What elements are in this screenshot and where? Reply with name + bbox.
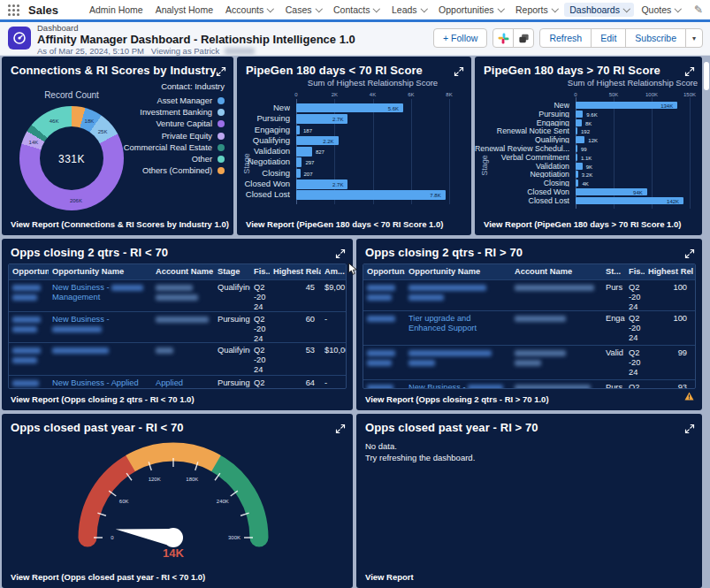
- gridline: [411, 99, 412, 204]
- cell-text: -: [321, 312, 347, 342]
- bar-engaging[interactable]: [296, 126, 300, 135]
- bar-value-engaging: 8k: [585, 119, 592, 126]
- column-header-opportun[interactable]: Opportun...: [363, 264, 405, 279]
- x-tick-label: 6k: [398, 89, 424, 98]
- panel-connections-by-industry: Connections & RI Scores by Industry Reco…: [2, 57, 233, 235]
- expand-icon[interactable]: [684, 247, 695, 257]
- view-report-link[interactable]: View Report (Opps closed past year - RI …: [11, 572, 205, 582]
- nav-tab-opportunities[interactable]: Opportunities: [433, 3, 508, 17]
- cell-link[interactable]: [363, 346, 405, 379]
- legend-label: Commercial Real Estate: [124, 143, 212, 152]
- subscribe-button[interactable]: Subscribe: [625, 28, 686, 48]
- redacted-text: [156, 294, 198, 301]
- nav-tab-analyst-home[interactable]: Analyst Home: [150, 3, 218, 17]
- view-report-link[interactable]: View Report (PipeGen 180 days > 70 RI Sc…: [484, 219, 681, 229]
- bar-pursuing[interactable]: [576, 111, 583, 118]
- nav-tab-contacts[interactable]: Contacts: [328, 3, 385, 17]
- nav-tab-admin-home[interactable]: Admin Home: [84, 3, 149, 17]
- nav-tab-accounts[interactable]: Accounts: [220, 3, 279, 17]
- nav-tab-dashboards[interactable]: Dashboards: [564, 3, 634, 17]
- cell-link[interactable]: [405, 346, 511, 379]
- slack-icon: [498, 33, 509, 44]
- donut-chart[interactable]: 18k25k206k14k46k331k: [19, 106, 124, 210]
- column-header-opportunity-name[interactable]: Opportunity Name: [405, 264, 511, 279]
- cell-link[interactable]: New Business -: [405, 380, 511, 389]
- bar-verbal-commitment[interactable]: [576, 154, 577, 161]
- column-header-am[interactable]: Am...: [693, 264, 696, 279]
- refresh-button[interactable]: Refresh: [539, 28, 592, 48]
- view-report-link[interactable]: View Report (Connections & RI Scores by …: [11, 219, 229, 229]
- cell-link[interactable]: New Business - Applied Research: [49, 376, 152, 389]
- cell-link[interactable]: [9, 376, 49, 389]
- cell-link[interactable]: [363, 280, 405, 310]
- bar-engaging[interactable]: [576, 119, 582, 126]
- view-report-link[interactable]: View Report (Opps closing 2 qtrs - RI > …: [365, 394, 549, 404]
- opportunities-table: Opportun...Opportunity NameAccount NameS…: [363, 263, 696, 389]
- bar-value-negotiation: 3.2k: [582, 171, 592, 178]
- view-report-link[interactable]: View Report (Opps closing 2 qtrs - RI < …: [11, 394, 195, 404]
- nav-tab-label: Reports: [515, 4, 548, 15]
- cell-link[interactable]: New Business -: [49, 312, 152, 342]
- cell-link[interactable]: [363, 311, 405, 345]
- column-header-opportun[interactable]: Opportun...: [9, 264, 49, 279]
- slice-label-investment-banking: 25k: [98, 126, 108, 135]
- vertical-scrollbar-thumb[interactable]: [704, 62, 709, 90]
- bar-renewal-notice-sent[interactable]: [576, 127, 577, 134]
- redacted-username: [225, 48, 255, 55]
- warning-icon[interactable]: [684, 388, 694, 404]
- cell-link[interactable]: [9, 312, 49, 342]
- bar-negotiation[interactable]: [576, 171, 578, 178]
- bar-closing[interactable]: [296, 169, 301, 179]
- follow-button[interactable]: + Follow: [433, 28, 487, 48]
- panel-title: Connections & RI Scores by Industry: [11, 64, 217, 77]
- bar-validation[interactable]: [296, 147, 312, 157]
- edit-button[interactable]: Edit: [591, 28, 626, 48]
- column-header-fis[interactable]: Fis...: [250, 264, 270, 279]
- column-header-stage[interactable]: Stage: [214, 264, 250, 279]
- cell-text: 99: [645, 346, 693, 379]
- gauge-value: 14k: [163, 542, 184, 561]
- legend-label: Other: [192, 155, 212, 164]
- bar-closing[interactable]: [576, 179, 578, 187]
- column-header-account-name[interactable]: Account Name: [152, 264, 214, 279]
- cell-link[interactable]: [49, 343, 152, 375]
- cell-link[interactable]: [405, 280, 511, 310]
- slack-share-button[interactable]: [492, 28, 514, 48]
- bar-validation[interactable]: [576, 163, 583, 170]
- expand-icon[interactable]: [335, 247, 346, 257]
- nav-tab-leads[interactable]: Leads: [386, 3, 431, 17]
- column-header-fis[interactable]: Fis...: [625, 264, 645, 279]
- gauge-chart[interactable]: 060k120k180k240k300k: [2, 414, 353, 588]
- app-launcher-icon[interactable]: [8, 4, 19, 16]
- expand-icon[interactable]: [684, 422, 695, 432]
- bar-renewal-review-schedul[interactable]: [576, 145, 577, 152]
- gauge-tick-label: 0: [111, 532, 113, 541]
- cell-link[interactable]: [9, 280, 49, 311]
- column-header-opportunity-name[interactable]: Opportunity Name: [49, 264, 152, 279]
- category-label-engaging: Engaging: [475, 119, 569, 126]
- pencil-icon[interactable]: ✎: [694, 4, 703, 16]
- column-header-am[interactable]: Am...: [321, 264, 347, 279]
- nav-tab-reports[interactable]: Reports: [510, 3, 562, 17]
- cell-link[interactable]: Tier upgrade and Enhanced Support: [405, 311, 511, 345]
- bar-qualifying[interactable]: [576, 136, 584, 143]
- more-actions-button[interactable]: ▾: [685, 28, 703, 48]
- view-report-link[interactable]: View Report: [365, 572, 414, 582]
- nav-tab-cases[interactable]: Cases: [280, 3, 326, 17]
- bar-negotiation[interactable]: [296, 157, 302, 167]
- view-report-link[interactable]: View Report (PipeGen 180 days < 70 RI Sc…: [246, 219, 443, 229]
- cell-text: 60: [270, 312, 321, 342]
- nav-tab-quotes[interactable]: Quotes: [636, 3, 685, 17]
- column-header-highest-relati[interactable]: Highest Relati...: [270, 264, 321, 279]
- cell-link[interactable]: Applied Research: [152, 376, 214, 389]
- cell-text: 100: [645, 280, 693, 310]
- collaboration-button[interactable]: [513, 28, 534, 48]
- column-header-highest-relati[interactable]: Highest Relati...: [645, 264, 693, 279]
- cell-link[interactable]: [9, 343, 49, 375]
- expand-icon[interactable]: [216, 65, 226, 75]
- cell-link[interactable]: New Business - Management: [49, 280, 152, 311]
- category-label-qualifying: Qualifying: [237, 136, 290, 146]
- column-header-account-name[interactable]: Account Name: [511, 264, 602, 279]
- column-header-st[interactable]: St...: [602, 264, 625, 279]
- cell-link[interactable]: [363, 380, 405, 389]
